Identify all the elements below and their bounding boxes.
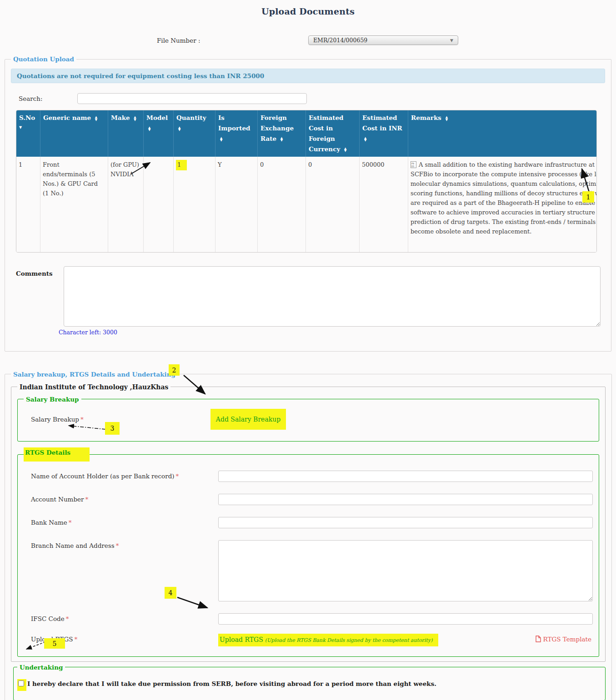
salary-breakup-section: Salary Breakup Salary Breakup* Add Salar… xyxy=(17,396,599,442)
undertaking-legend: Undertaking xyxy=(17,664,65,671)
col-header-est-cost-foreign[interactable]: Estimated Cost in Foreign Currency ▲▼ xyxy=(306,110,360,157)
search-label: Search: xyxy=(19,95,43,102)
chevron-down-icon: ▼ xyxy=(450,38,453,43)
col-header-label: Remarks xyxy=(411,114,441,121)
rtgs-template-label: RTGS Template xyxy=(543,635,591,643)
account-number-label: Account Number* xyxy=(31,494,218,503)
sort-icon[interactable]: ▲▼ xyxy=(134,116,136,121)
col-header-label: Estimated Cost in INR xyxy=(362,114,402,132)
cell-sno: 1 xyxy=(16,157,40,252)
undertaking-declaration: I hereby declare that I will take due pe… xyxy=(27,679,436,688)
required-asterisk: * xyxy=(69,519,72,526)
cell-est-cost-foreign: 0 xyxy=(306,157,360,252)
cell-model xyxy=(144,157,174,252)
col-header-sno[interactable]: S.No ▼ xyxy=(16,110,40,157)
table-row: 1 Front ends/terminals (5 Nos.) & GPU Ca… xyxy=(16,157,597,252)
cell-remarks: F0 D3A small addition to the existing ha… xyxy=(408,157,597,252)
col-header-foreign-exchange-rate[interactable]: Foreign Exchange Rate ▲▼ xyxy=(258,110,306,157)
cell-generic-name: Front ends/terminals (5 Nos.) & GPU Card… xyxy=(40,157,108,252)
branch-textarea[interactable] xyxy=(218,540,593,601)
col-header-label: Make xyxy=(111,114,130,121)
quotation-upload-section: Quotation Upload Quotations are not requ… xyxy=(5,55,611,352)
col-header-label: Generic name xyxy=(43,114,91,121)
salary-rtgs-undertaking-section: Salary breakup, RTGS Details and Underta… xyxy=(5,371,612,700)
add-salary-breakup-link[interactable]: Add Salary Breakup xyxy=(216,416,280,423)
sort-icon[interactable]: ▲▼ xyxy=(178,126,180,131)
required-asterisk: * xyxy=(80,416,84,423)
col-header-generic-name[interactable]: Generic name ▲▼ xyxy=(40,110,108,157)
comments-label: Comments xyxy=(16,266,64,327)
rtgs-details-section: RTGS Details Name of Account Holder (as … xyxy=(17,447,599,657)
account-holder-input[interactable] xyxy=(218,471,593,482)
checkbox-highlight xyxy=(17,679,26,691)
ifsc-label: IFSC Code* xyxy=(31,613,218,622)
rtgs-template-link[interactable]: RTGS Template xyxy=(536,634,591,643)
required-asterisk: * xyxy=(116,542,119,549)
quotation-notice: Quotations are not required for equipmen… xyxy=(11,69,605,83)
col-header-is-imported[interactable]: Is Imported ▲▼ xyxy=(215,110,258,157)
upload-rtgs-note: (Upload the RTGS Bank Details signed by … xyxy=(265,637,433,643)
rtgs-details-legend: RTGS Details xyxy=(24,447,90,462)
cell-est-cost-inr: 500000 xyxy=(360,157,408,252)
required-asterisk: * xyxy=(74,635,77,643)
quotation-upload-legend: Quotation Upload xyxy=(11,55,76,63)
undertaking-section: Undertaking I hereby declare that I will… xyxy=(13,664,606,700)
sort-desc-icon[interactable]: ▼ xyxy=(19,125,37,129)
upload-rtgs-highlight: Upload RTGS(Upload the RTGS Bank Details… xyxy=(218,634,438,646)
document-icon xyxy=(536,635,541,642)
ifsc-input[interactable] xyxy=(218,613,593,625)
account-number-input[interactable] xyxy=(218,494,593,505)
sort-icon[interactable]: ▲▼ xyxy=(280,137,283,142)
col-header-make[interactable]: Make ▲▼ xyxy=(108,110,144,157)
account-holder-label: Name of Account Holder (as per Bank reco… xyxy=(31,471,218,480)
salary-breakup-label: Salary Breakup* xyxy=(31,416,210,423)
page-title: Upload Documents xyxy=(0,6,616,16)
col-header-model[interactable]: Model ▲▼ xyxy=(144,110,174,157)
col-header-quantity[interactable]: Quantity ▲▼ xyxy=(174,110,215,157)
upload-rtgs-link[interactable]: Upload RTGS xyxy=(220,636,263,643)
sort-icon[interactable]: ▲▼ xyxy=(148,126,150,131)
bank-name-input[interactable] xyxy=(218,517,593,528)
quotation-table: S.No ▼ Generic name ▲▼ Make ▲▼ Model ▲▼ … xyxy=(16,110,597,253)
file-number-value: EMR/2014/000659 xyxy=(313,37,450,44)
sort-icon[interactable]: ▲▼ xyxy=(364,137,366,142)
institute-section: Indian Institute of Technology ,HauzKhas… xyxy=(11,383,606,662)
file-number-select[interactable]: EMR/2014/000659 ▼ xyxy=(308,35,458,45)
sort-icon[interactable]: ▲▼ xyxy=(446,116,448,121)
salary-rtgs-undertaking-legend: Salary breakup, RTGS Details and Underta… xyxy=(11,371,178,378)
undertaking-checkbox[interactable] xyxy=(18,680,24,686)
sort-icon[interactable]: ▲▼ xyxy=(220,137,222,142)
file-number-row: File Number : EMR/2014/000659 ▼ xyxy=(0,35,616,45)
character-left-counter: Character left: 3000 xyxy=(59,329,605,336)
col-header-remarks[interactable]: Remarks ▲▼ xyxy=(408,110,597,157)
col-header-label: Estimated Cost in Foreign Currency xyxy=(309,114,344,153)
sort-icon[interactable]: ▲▼ xyxy=(344,147,346,152)
cell-quantity: 1 xyxy=(174,157,215,252)
branch-label: Branch Name and Address* xyxy=(31,540,218,549)
required-asterisk: * xyxy=(176,472,179,480)
required-asterisk: * xyxy=(66,615,69,622)
col-header-label: Foreign Exchange Rate xyxy=(260,114,294,142)
cell-make: (for GPU) NVIDIA xyxy=(108,157,144,252)
bank-name-label: Bank Name* xyxy=(31,517,218,526)
salary-breakup-legend: Salary Breakup xyxy=(24,396,81,403)
col-header-label: Is Imported xyxy=(218,114,250,132)
table-header-row: S.No ▼ Generic name ▲▼ Make ▲▼ Model ▲▼ … xyxy=(16,110,597,157)
col-header-label: Quantity xyxy=(176,114,206,121)
broken-image-icon: F0 D3 xyxy=(411,161,416,168)
col-header-label: Model xyxy=(146,114,168,121)
cell-foreign-exchange-rate: 0 xyxy=(258,157,306,252)
file-number-label: File Number : xyxy=(157,37,200,44)
required-asterisk: * xyxy=(85,496,89,503)
remarks-text: A small addition to the existing hardwar… xyxy=(411,161,597,235)
col-header-est-cost-inr[interactable]: Estimated Cost in INR ▲▼ xyxy=(360,110,408,157)
col-header-label: S.No xyxy=(19,114,35,121)
add-salary-breakup-highlight: Add Salary Breakup xyxy=(210,409,286,430)
search-input[interactable] xyxy=(77,93,307,104)
cell-is-imported: Y xyxy=(215,157,258,252)
comments-textarea[interactable] xyxy=(64,266,601,327)
sort-icon[interactable]: ▲▼ xyxy=(95,116,97,121)
quantity-highlight: 1 xyxy=(176,160,187,170)
institute-legend: Indian Institute of Technology ,HauzKhas xyxy=(17,383,170,391)
upload-rtgs-label: Upload RTGS* xyxy=(31,634,218,643)
